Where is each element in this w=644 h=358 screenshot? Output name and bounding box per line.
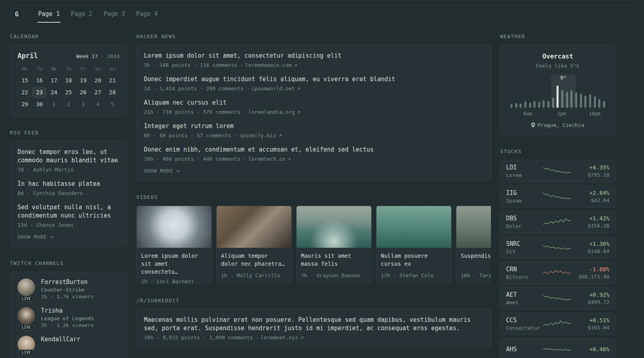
source-link[interactable]: loremnet.xyz — [261, 334, 298, 341]
stocks-section-title: STOCKS — [500, 148, 615, 154]
video-card[interactable]: Mauris sit amet massa felis7h · Grayson … — [296, 206, 372, 284]
video-card[interactable]: Lorem ipsum dolor sit amet consectetu…1h… — [136, 206, 212, 284]
source-link[interactable]: ipsumify.biz — [239, 132, 276, 139]
stock-id: LDILorem — [506, 164, 543, 178]
show-more-label: SHOW MORE — [17, 234, 47, 240]
calendar-day[interactable]: 15 — [17, 75, 32, 86]
rss-item[interactable]: Donec tempor eros leo, ut commodo mauris… — [17, 148, 120, 173]
calendar-day[interactable]: 5 — [105, 99, 120, 109]
stock-price: $499.72 — [571, 299, 609, 305]
hn-item[interactable]: Lorem ipsum dolor sit amet, consectetur … — [144, 52, 483, 69]
calendar-day[interactable]: 4 — [91, 99, 105, 109]
calendar-day[interactable]: 1 — [47, 99, 61, 109]
stock-id: SNRCSit — [506, 240, 543, 255]
show-more-label: SHOW MORE — [144, 168, 173, 174]
hn-item-title: Aliquam nec cursus elit — [144, 99, 483, 107]
source-link[interactable]: loremdomain.com — [245, 62, 291, 69]
calendar-day[interactable]: 27 — [91, 87, 105, 97]
calendar-day[interactable]: 29 — [17, 99, 32, 109]
tab-page-4[interactable]: Page 4 — [136, 5, 159, 22]
source-link[interactable]: ipsumworld.net — [251, 85, 295, 92]
calendar-day[interactable]: 22 — [17, 87, 32, 97]
stock-row[interactable]: AETAmet+0.92%$499.72 — [500, 287, 615, 309]
stock-quote: +1.42%$156.28 — [571, 215, 609, 229]
stock-row[interactable]: SNRCSit+1.36%$148.64 — [500, 236, 615, 259]
stock-change: +1.36% — [571, 241, 609, 247]
hn-item[interactable]: Donec enim nibh, condimentum et accumsan… — [144, 146, 483, 163]
calendar-dow-label: Tu — [32, 64, 47, 74]
calendar-day[interactable]: 21 — [105, 75, 120, 86]
twitch-widget: TWITCH CHANNELS LIVEForrestBurtonCounter… — [10, 260, 127, 358]
calendar-dow-label: Sa — [91, 64, 105, 74]
calendar-day[interactable]: 19 — [76, 75, 91, 86]
weather-card: Overcast Feels like 5°C 9° 6am2pm10pm Pr… — [500, 45, 615, 135]
source-link[interactable]: loremlandia.org — [248, 109, 295, 116]
calendar-day[interactable]: 28 — [105, 87, 120, 97]
stock-row[interactable]: CRNBitcorn-1.00%$66,171.48 — [500, 262, 615, 284]
stock-name: Amet — [506, 300, 543, 305]
hn-show-more-button[interactable]: SHOW MORE — [144, 168, 180, 174]
calendar-day[interactable]: 3 — [76, 99, 91, 109]
twitch-channel-row[interactable]: LIVEForrestBurtonCounter-Strike1h · 1.7k… — [17, 278, 120, 300]
rss-show-more-button[interactable]: SHOW MORE — [17, 234, 54, 240]
tab-page-2[interactable]: Page 2 — [70, 5, 93, 22]
twitch-channel-row[interactable]: LIVEKendallCarr — [17, 336, 120, 353]
video-card[interactable]: Suspendisse diam18h · Tara — [456, 206, 491, 284]
calendar-day[interactable]: 20 — [91, 75, 105, 86]
app-logo[interactable]: G — [10, 8, 23, 20]
video-card[interactable]: Aliquam tempor dolor nec pharetra…1h · M… — [216, 206, 292, 284]
calendar-week: Week 17 — [76, 53, 98, 59]
twitch-channel-row[interactable]: LIVETrishaLeague of Legends3h · 1.2k vie… — [17, 307, 120, 328]
source-link[interactable]: loremtech.co — [248, 156, 285, 163]
rss-item[interactable]: Sed volutpat nulla nisl, a condimentum n… — [17, 203, 120, 229]
hn-item[interactable]: Aliquam nec cursus elit21h · 710 points … — [144, 99, 483, 116]
calendar-week-year: Week 17 · 2024 — [76, 53, 120, 59]
stock-sparkline — [543, 268, 571, 278]
rss-item[interactable]: In hac habitasse platea8d · Cynthia Saun… — [17, 180, 120, 197]
channel-name: KendallCarr — [41, 336, 80, 343]
calendar-widget: CALENDAR April Week 17 · 2024 MoTuWeThFr… — [10, 33, 127, 116]
video-info: Nullam posuere cursus ex17h · Stefan Col… — [376, 248, 451, 284]
hacker-news-list: Lorem ipsum dolor sit amet, consectetur … — [144, 52, 483, 163]
sparkline-chart — [543, 217, 571, 227]
sparkline-chart — [543, 268, 571, 278]
hn-item-title: Donec imperdiet augue tincidunt felis al… — [144, 75, 483, 84]
hn-item[interactable]: Integer eget rutrum lorem6h · 60 points … — [144, 122, 483, 139]
calendar-day[interactable]: 23 — [32, 87, 47, 97]
hn-item[interactable]: Donec imperdiet augue tincidunt felis al… — [144, 75, 483, 92]
calendar-day[interactable]: 18 — [61, 75, 76, 86]
stock-row[interactable]: DBSDolor+1.42%$156.28 — [500, 211, 615, 233]
weather-bar — [547, 101, 549, 108]
weather-bar — [561, 90, 563, 108]
subreddit-post[interactable]: Maecenas mollis pulvinar erat non posuer… — [144, 316, 483, 341]
calendar-day[interactable]: 17 — [47, 75, 61, 86]
video-info: Mauris sit amet massa felis7h · Grayson … — [297, 248, 371, 284]
calendar-year: · 2024 — [101, 53, 120, 59]
stock-price: $148.64 — [571, 248, 609, 254]
tab-page-3[interactable]: Page 3 — [103, 5, 126, 22]
calendar-day[interactable]: 30 — [32, 99, 47, 109]
avatar-image — [17, 278, 35, 296]
calendar-card: April Week 17 · 2024 MoTuWeThFrSaSu15161… — [10, 45, 127, 116]
video-meta: 7h · Grayson Dawson — [301, 272, 367, 279]
external-link-icon — [300, 336, 304, 340]
stock-sparkline — [543, 294, 571, 303]
weather-bar — [533, 101, 535, 108]
stock-row[interactable]: CCSConsectetur+0.51%$165.84 — [500, 313, 615, 335]
calendar-day[interactable]: 25 — [61, 87, 76, 97]
video-card[interactable]: Nullam posuere cursus ex17h · Stefan Col… — [376, 206, 452, 284]
stock-row[interactable]: LDILorem+4.35%$795.18 — [500, 160, 615, 182]
calendar-day[interactable]: 16 — [32, 75, 47, 86]
stock-name: Ipsum — [506, 198, 543, 204]
calendar-day[interactable]: 26 — [76, 87, 91, 97]
stock-row[interactable]: IIGIpsum+2.84%$42.04 — [500, 185, 615, 208]
calendar-day[interactable]: 2 — [61, 99, 76, 109]
stock-sparkline — [543, 192, 571, 201]
video-thumbnail — [297, 206, 371, 248]
calendar-day[interactable]: 24 — [47, 87, 61, 97]
weather-bar — [589, 94, 591, 108]
hacker-news-card: Lorem ipsum dolor sit amet, consectetur … — [136, 45, 491, 181]
weather-bar — [594, 96, 596, 108]
stock-row[interactable]: AHS+0.46% — [500, 338, 615, 358]
tab-page-1[interactable]: Page 1 — [37, 5, 60, 22]
